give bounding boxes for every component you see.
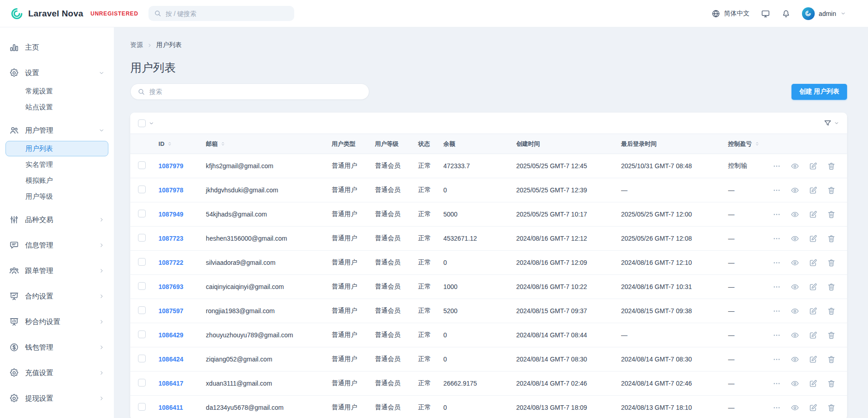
row-id-link[interactable]: 1086411 [158,404,183,411]
row-delete-button[interactable] [827,355,836,364]
create-button[interactable]: 创建 用户列表 [791,84,847,100]
select-all-checkbox[interactable] [138,119,146,127]
row-delete-button[interactable] [827,258,836,267]
row-view-button[interactable] [791,331,799,340]
row-checkbox[interactable] [138,403,146,411]
row-more-button[interactable] [772,331,781,340]
row-view-button[interactable] [791,210,799,219]
row-view-button[interactable] [791,258,799,267]
row-checkbox[interactable] [138,282,146,290]
sidebar-item-information-management[interactable]: 信息管理 [5,235,108,255]
row-edit-button[interactable] [809,403,817,412]
sidebar-item-symbol-trading[interactable]: 品种交易 [5,210,108,230]
user-menu[interactable]: admin [802,7,846,20]
row-checkbox[interactable] [138,306,146,314]
sidebar-item-contract-settings[interactable]: 合约设置 [5,286,108,306]
row-more-button[interactable] [772,283,781,291]
row-edit-button[interactable] [809,355,817,364]
row-checkbox[interactable] [138,258,146,266]
sort-icon[interactable] [167,141,173,147]
sidebar-item-deposit-settings[interactable]: 充值设置 [5,363,108,383]
row-view-button[interactable] [791,355,799,364]
row-edit-button[interactable] [809,283,817,291]
row-checkbox[interactable] [138,186,146,193]
sidebar-item-withdrawal-settings[interactable]: 提现设置 [5,388,108,408]
column-header[interactable]: 控制盈亏 [723,134,771,154]
row-checkbox[interactable] [138,355,146,362]
row-delete-button[interactable] [827,186,836,195]
row-id-link[interactable]: 1086429 [158,331,184,339]
row-id-link[interactable]: 1086424 [158,356,184,363]
row-more-button[interactable] [772,210,781,219]
sidebar-subitem-general-settings[interactable]: 常规设置 [5,83,108,99]
sidebar-item-settings[interactable]: 设置 [5,63,108,83]
locale-switcher[interactable]: 简体中文 [711,9,750,18]
row-delete-button[interactable] [827,162,836,170]
row-view-button[interactable] [791,234,799,243]
sidebar-subitem-demo-accounts[interactable]: 模拟账户 [5,173,108,188]
row-view-button[interactable] [791,379,799,388]
sidebar-subitem-site-settings[interactable]: 站点设置 [5,99,108,115]
row-edit-button[interactable] [809,210,817,219]
row-id-link[interactable]: 1087723 [158,235,184,242]
row-view-button[interactable] [791,186,799,195]
sidebar-item-second-contract-settings[interactable]: 秒合约设置 [5,312,108,332]
row-id-link[interactable]: 1087949 [158,211,184,218]
row-id-link[interactable]: 1087722 [158,259,184,266]
row-more-button[interactable] [772,162,781,170]
column-header[interactable]: ID [153,134,200,154]
column-header[interactable]: 邮箱 [200,134,326,154]
row-more-button[interactable] [772,355,781,364]
global-search-input[interactable] [166,10,289,17]
sort-icon[interactable] [754,141,760,147]
row-view-button[interactable] [791,162,799,170]
row-id-link[interactable]: 1086417 [158,380,184,387]
row-id-link[interactable]: 1087978 [158,186,184,194]
row-delete-button[interactable] [827,331,836,340]
sort-icon[interactable] [220,141,226,147]
theme-toggle-button[interactable] [761,9,770,18]
row-edit-button[interactable] [809,307,817,315]
row-edit-button[interactable] [809,331,817,340]
row-edit-button[interactable] [809,186,817,195]
sidebar-subitem-user-levels[interactable]: 用户等级 [5,189,108,204]
filter-button[interactable] [823,119,839,128]
row-delete-button[interactable] [827,210,836,219]
row-id-link[interactable]: 1087693 [158,283,184,290]
row-view-button[interactable] [791,283,799,291]
row-more-button[interactable] [772,234,781,243]
brand-link[interactable]: Laravel Nova [10,7,83,21]
row-more-button[interactable] [772,258,781,267]
row-edit-button[interactable] [809,379,817,388]
row-edit-button[interactable] [809,234,817,243]
row-delete-button[interactable] [827,403,836,412]
row-id-link[interactable]: 1087597 [158,307,184,315]
row-view-button[interactable] [791,403,799,412]
row-checkbox[interactable] [138,330,146,338]
row-id-link[interactable]: 1087979 [158,162,184,170]
row-checkbox[interactable] [138,161,146,169]
sidebar-item-user-management[interactable]: 用户管理 [5,120,108,140]
row-more-button[interactable] [772,379,781,388]
row-edit-button[interactable] [809,162,817,170]
row-delete-button[interactable] [827,379,836,388]
resource-search-input[interactable] [149,88,362,95]
sidebar-subitem-user-list[interactable]: 用户列表 [5,141,108,156]
row-more-button[interactable] [772,186,781,195]
row-view-button[interactable] [791,307,799,315]
breadcrumb-resources-link[interactable]: 资源 [130,41,143,49]
select-all-dropdown-icon[interactable] [148,120,154,126]
row-delete-button[interactable] [827,234,836,243]
row-edit-button[interactable] [809,258,817,267]
sidebar-item-home[interactable]: 主页 [5,37,108,57]
notifications-button[interactable] [781,9,791,18]
sidebar-subitem-real-name-management[interactable]: 实名管理 [5,157,108,172]
row-checkbox[interactable] [138,234,146,242]
row-more-button[interactable] [772,307,781,315]
sidebar-item-copy-trading[interactable]: 跟单管理 [5,261,108,281]
row-checkbox[interactable] [138,379,146,387]
row-delete-button[interactable] [827,283,836,291]
row-more-button[interactable] [772,403,781,412]
row-delete-button[interactable] [827,307,836,315]
sidebar-item-wallet-management[interactable]: 钱包管理 [5,337,108,357]
